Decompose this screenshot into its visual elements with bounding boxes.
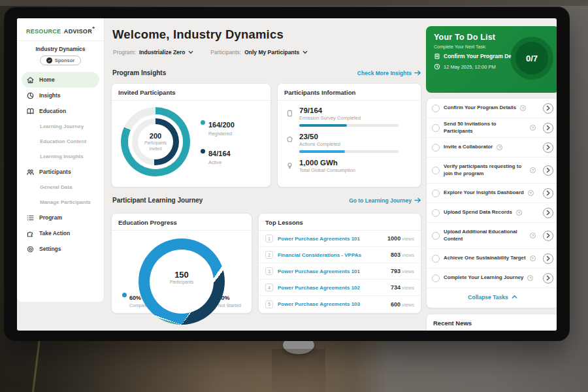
task-go-button[interactable]: [543, 273, 553, 284]
sidebar: RESOURCE ADVISOR+ Industry Dynamics Spon…: [17, 18, 105, 302]
task-checkbox[interactable]: [432, 274, 440, 282]
lesson-rank: 1: [265, 235, 273, 242]
sidebar-item-program[interactable]: Program: [17, 210, 104, 225]
lesson-link[interactable]: Financial Considerations - VPPAs: [278, 252, 361, 258]
sidebar-item-label: Manage Participants: [40, 199, 91, 205]
task-checkbox[interactable]: [432, 255, 440, 263]
sidebar-item-label: Education: [39, 108, 66, 114]
task-checkbox[interactable]: [432, 189, 440, 197]
legend-value: 60%: [129, 295, 141, 301]
lesson-views: 734 views: [391, 284, 414, 291]
sidebar-item-insights[interactable]: Insights: [17, 88, 104, 103]
help-icon[interactable]: ?: [530, 167, 536, 173]
stat-row: 23/50 Actions Completed: [278, 127, 421, 153]
task-label: Invite a Collaborator: [444, 144, 493, 150]
lesson-rank: 5: [265, 301, 273, 308]
participants-filter-value: Only My Participants: [244, 49, 299, 56]
card-title: Participants Information: [278, 84, 421, 101]
sidebar-item-settings[interactable]: Settings: [17, 241, 104, 257]
program-dropdown[interactable]: Program: Industrialize Zero: [113, 49, 193, 56]
lesson-views: 803 views: [391, 252, 414, 258]
task-go-button[interactable]: [543, 231, 553, 241]
legend-label: Active: [208, 159, 231, 165]
filter-bar: Program: Industrialize Zero Participants…: [113, 49, 308, 56]
photo-background: RESOURCE ADVISOR+ Industry Dynamics Spon…: [0, 0, 588, 392]
sidebar-item-participants[interactable]: Participants: [17, 164, 104, 180]
help-icon[interactable]: ?: [497, 144, 502, 150]
task-row: Achieve One Sustainability Target ?: [427, 249, 557, 269]
task-checkbox[interactable]: [432, 105, 440, 112]
task-checkbox[interactable]: [432, 167, 440, 174]
sidebar-item-education[interactable]: Education: [17, 103, 104, 119]
stat-label: Total Global Consumption: [299, 167, 355, 173]
clipboard-icon: [434, 53, 440, 59]
help-icon[interactable]: ?: [528, 190, 534, 196]
sidebar-item-home[interactable]: Home: [22, 72, 99, 88]
monitor-bezel: RESOURCE ADVISOR+ Industry Dynamics Spon…: [4, 7, 570, 341]
participants-dropdown[interactable]: Participants: Only My Participants: [210, 49, 308, 56]
sidebar-item-education-content[interactable]: Education Content: [17, 134, 104, 149]
home-icon: [26, 76, 35, 84]
sidebar-item-label: Learning Insights: [40, 154, 84, 159]
lesson-row: 1 Power Purchase Agreements 101 1000 vie…: [259, 231, 421, 247]
sponsor-badge-label: Sponsor: [55, 57, 74, 63]
arrow-right-icon: [414, 70, 421, 76]
lesson-link[interactable]: Power Purchase Agreements 102: [278, 285, 360, 291]
sidebar-item-learning-journey[interactable]: Learning Journey: [17, 119, 104, 134]
task-row: Upload Additional Educational Content ?: [427, 223, 557, 249]
logo-plus: +: [92, 25, 95, 30]
section-title: Program Insights: [112, 69, 166, 76]
task-go-button[interactable]: [543, 208, 553, 218]
progress-fill: [299, 150, 345, 153]
task-checkbox[interactable]: [432, 232, 440, 240]
sidebar-item-label: Take Action: [39, 230, 70, 237]
lesson-rank: 3: [265, 267, 273, 275]
sidebar-item-label: Education Content: [40, 139, 86, 144]
go-to-learning-journey-link[interactable]: Go to Learning Journey: [349, 197, 421, 204]
task-go-button[interactable]: [543, 142, 553, 153]
lesson-link[interactable]: Power Purchase Agreements 103: [278, 301, 360, 307]
sidebar-item-general-data[interactable]: General Data: [17, 180, 104, 195]
task-go-button[interactable]: [543, 103, 553, 114]
task-label: Send 50 Invitations to Participants: [444, 121, 526, 134]
help-icon[interactable]: ?: [530, 233, 536, 238]
page-title: Welcome, Industry Dynamics: [112, 27, 284, 42]
task-go-button[interactable]: [543, 188, 553, 199]
task-checkbox[interactable]: [432, 124, 440, 132]
help-icon[interactable]: ?: [527, 275, 533, 281]
lesson-link[interactable]: Power Purchase Agreements 101: [278, 236, 360, 242]
card-title: Invited Participants: [112, 84, 270, 101]
sidebar-item-take-action[interactable]: Take Action: [17, 225, 104, 241]
task-checkbox[interactable]: [432, 209, 440, 217]
task-go-button[interactable]: [543, 253, 553, 264]
lesson-row: 4 Power Purchase Agreements 102 734 view…: [259, 280, 421, 296]
actions-icon: [286, 135, 294, 144]
lesson-row: 2 Financial Considerations - VPPAs 803 v…: [259, 247, 421, 263]
sidebar-item-label: Home: [39, 76, 55, 83]
progress-track: [299, 150, 399, 153]
bulb-icon: [286, 161, 294, 170]
check-more-insights-link[interactable]: Check More Insights: [357, 70, 421, 76]
sidebar-item-label: Participants: [39, 169, 71, 175]
program-filter-label: Program:: [113, 49, 136, 56]
gauge-center-label: Participants: [139, 280, 225, 284]
sidebar-nav: Home Insights Education Learning Journey…: [17, 72, 104, 257]
sidebar-item-learning-insights[interactable]: Learning Insights: [17, 149, 104, 164]
stat-value: 1,000 GWh: [299, 159, 355, 167]
progress-track: [299, 124, 399, 127]
help-icon[interactable]: ?: [516, 210, 522, 216]
stat-label: Emission Survey Completed: [299, 115, 399, 121]
task-go-button[interactable]: [543, 165, 553, 176]
collapse-tasks-link[interactable]: Collapse Tasks: [427, 288, 557, 306]
survey-icon: [286, 109, 294, 118]
lesson-link[interactable]: Power Purchase Agreements 101: [278, 269, 360, 274]
task-checkbox[interactable]: [432, 144, 440, 152]
task-go-button[interactable]: [543, 123, 553, 133]
task-row: Complete Your Learning Journey ?: [427, 269, 557, 288]
sidebar-item-manage-participants[interactable]: Manage Participants: [17, 195, 104, 210]
lesson-row: 3 Power Purchase Agreements 101 793 view…: [259, 263, 421, 280]
help-icon[interactable]: ?: [520, 105, 526, 111]
lesson-rank: 2: [265, 251, 273, 259]
help-icon[interactable]: ?: [530, 125, 536, 131]
help-icon[interactable]: ?: [530, 255, 536, 261]
